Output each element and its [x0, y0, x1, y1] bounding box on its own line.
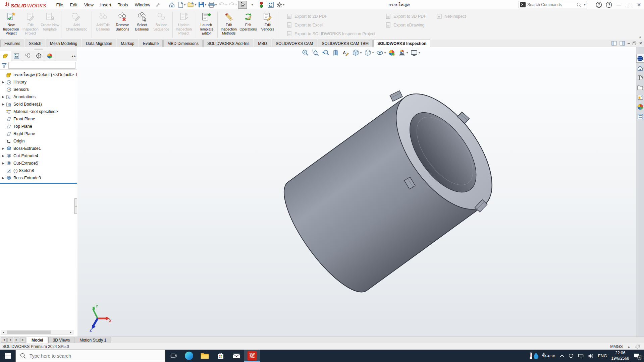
section-view-button[interactable] [331, 48, 340, 57]
prev-tab-icon[interactable]: ◀ [7, 338, 13, 343]
tag-icon[interactable] [635, 344, 640, 349]
doc-restore-icon[interactable] [633, 42, 636, 45]
taskbar-search-input[interactable] [30, 353, 161, 359]
onedrive-icon[interactable] [569, 354, 574, 358]
tab-sketch[interactable]: Sketch [25, 40, 45, 47]
scroll-left-icon[interactable]: ◂ [1, 330, 6, 334]
start-button[interactable] [0, 350, 15, 362]
hide-show-caret[interactable]: ▾ [384, 51, 386, 54]
volume-icon[interactable] [588, 354, 594, 358]
minimize-button[interactable]: — [614, 0, 624, 9]
menu-file[interactable]: File [53, 1, 67, 9]
new-document-button[interactable]: ▾ [177, 1, 186, 9]
tree-item-boss-extrude3[interactable]: ▶ Boss-Extrude3 [0, 174, 77, 182]
redo-button[interactable]: ▾ [228, 1, 237, 9]
solidworks-app-button[interactable]: SW2024 [244, 350, 260, 362]
tab-solidworks-cam[interactable]: SOLIDWORKS CAM [272, 40, 317, 47]
add-edit-balloons-button[interactable]: Add/Edit Balloons [93, 10, 113, 40]
configuration-manager-tab[interactable] [22, 51, 33, 61]
tree-item-sensors[interactable]: Sensors [0, 86, 77, 93]
view-settings-button[interactable]: ▾ [410, 48, 421, 57]
view-settings-caret[interactable]: ▾ [419, 51, 420, 54]
search-icon[interactable] [577, 2, 582, 7]
search-dropdown-caret[interactable]: ▾ [584, 3, 585, 6]
pin-menu-icon[interactable] [154, 1, 162, 9]
tree-item-right-plane[interactable]: Right Plane [0, 130, 77, 137]
next-tab-icon[interactable]: ▶ [14, 338, 19, 343]
edit-inspection-methods-button[interactable]: Edit Inspection Methods [219, 10, 238, 40]
help-button[interactable]: ? [604, 0, 614, 9]
edit-vendors-button[interactable]: Edit Vendors [258, 10, 277, 40]
restore-button[interactable] [624, 0, 634, 9]
open-dropdown-caret[interactable]: ▾ [195, 3, 196, 6]
tree-item-origin[interactable]: Origin [0, 137, 77, 145]
menu-tools[interactable]: Tools [114, 1, 131, 9]
expand-arrow-icon[interactable]: ▶ [1, 103, 5, 106]
tab-model[interactable]: Model [27, 337, 48, 343]
account-button[interactable] [594, 0, 604, 9]
tray-chevron-icon[interactable] [560, 354, 564, 357]
expand-arrow-icon[interactable]: ▶ [1, 147, 5, 150]
edit-inspection-project-button[interactable]: Edit Inspection Project [21, 10, 40, 40]
taskbar-search-box[interactable] [15, 350, 165, 362]
tree-item-cut-extrude4[interactable]: ▶ Cut-Extrude4 [0, 152, 77, 160]
network-icon[interactable] [578, 354, 584, 358]
annotation-views-button[interactable]: A [341, 48, 350, 57]
undo-dropdown-caret[interactable]: ▾ [225, 3, 227, 6]
weather-widget[interactable]: ชื้นมาก [530, 352, 555, 360]
new-dropdown-caret[interactable]: ▾ [184, 3, 185, 6]
menu-insert[interactable]: Insert [97, 1, 115, 9]
tab-solidworks-cam-tbm[interactable]: SOLIDWORKS CAM TBM [318, 40, 373, 47]
tree-item-front-plane[interactable]: Front Plane [0, 115, 77, 123]
apply-scene-button[interactable]: ▾ [397, 48, 409, 57]
first-tab-icon[interactable]: |◀ [1, 338, 7, 343]
microsoft-store-button[interactable] [213, 350, 228, 362]
settings-dropdown-caret[interactable]: ▾ [283, 3, 284, 6]
dimxpert-manager-tab[interactable] [33, 51, 44, 61]
design-library-button[interactable] [637, 74, 644, 82]
edit-operations-button[interactable]: Edit Operations [238, 10, 258, 40]
task-view-button[interactable] [165, 350, 181, 362]
undo-button[interactable]: ▾ [218, 1, 227, 9]
display-manager-tab[interactable] [44, 51, 55, 61]
select-dropdown-caret[interactable]: ▾ [248, 1, 256, 9]
export-excel-button[interactable]: Export to Excel [286, 22, 375, 28]
tab-features[interactable]: Features [0, 40, 24, 47]
traffic-light-icon[interactable] [257, 1, 266, 9]
search-commands-input[interactable] [527, 2, 575, 7]
open-document-button[interactable]: ▾ [187, 1, 197, 9]
solidworks-resources-button[interactable] [637, 64, 644, 72]
language-indicator[interactable]: ENG [598, 354, 607, 358]
tree-item-cut-extrude5[interactable]: ▶ Cut-Extrude5 [0, 160, 77, 167]
tree-item-sketch8[interactable]: (-) Sketch8 [0, 167, 77, 174]
tab-3d-views[interactable]: 3D Views [48, 337, 74, 343]
tab-motion-study-1[interactable]: Motion Study 1 [75, 337, 111, 343]
add-characteristic-button[interactable]: Add Characteristic [63, 10, 90, 40]
tree-item-history[interactable]: ▶ History [0, 78, 77, 86]
expand-arrow-icon[interactable]: ▶ [1, 162, 5, 165]
net-inspect-button[interactable]: nNet-Inspect [436, 13, 466, 19]
update-inspection-project-button[interactable]: Update Inspection Project [174, 10, 194, 40]
save-dropdown-caret[interactable]: ▾ [205, 3, 206, 6]
tree-item-material[interactable]: Material <not specified> [0, 108, 77, 115]
scroll-thumb[interactable] [7, 330, 51, 334]
apply-scene-caret[interactable]: ▾ [407, 51, 408, 54]
settings-gear-button[interactable]: ▾ [276, 1, 285, 9]
hide-show-items-button[interactable]: ▾ [375, 48, 386, 57]
part-model-cylinder[interactable] [77, 47, 636, 337]
rollback-bar[interactable] [0, 183, 77, 184]
property-manager-tab[interactable] [11, 51, 22, 61]
tree-root-item[interactable]: กรอบใหญ่w (Default) <<Default>_Displ [0, 71, 77, 78]
doc-close-icon[interactable]: ✕ [639, 41, 642, 46]
threedexperience-button[interactable] [637, 54, 644, 62]
file-explorer-button[interactable] [637, 83, 644, 92]
zoom-to-fit-button[interactable] [301, 48, 310, 57]
launch-template-editor-button[interactable]: Launch Template Editor [197, 10, 216, 40]
view-orientation-button[interactable]: ▾ [351, 48, 362, 57]
view-orientation-caret[interactable]: ▾ [360, 51, 362, 54]
print-dropdown-caret[interactable]: ▾ [215, 3, 217, 6]
tree-item-boss-extrude1[interactable]: ▶ Boss-Extrude1 [0, 145, 77, 152]
options-list-button[interactable] [266, 1, 275, 9]
tree-filter-input[interactable] [8, 62, 75, 69]
balloon-sequence-button[interactable]: Balloon Sequence [152, 10, 171, 40]
